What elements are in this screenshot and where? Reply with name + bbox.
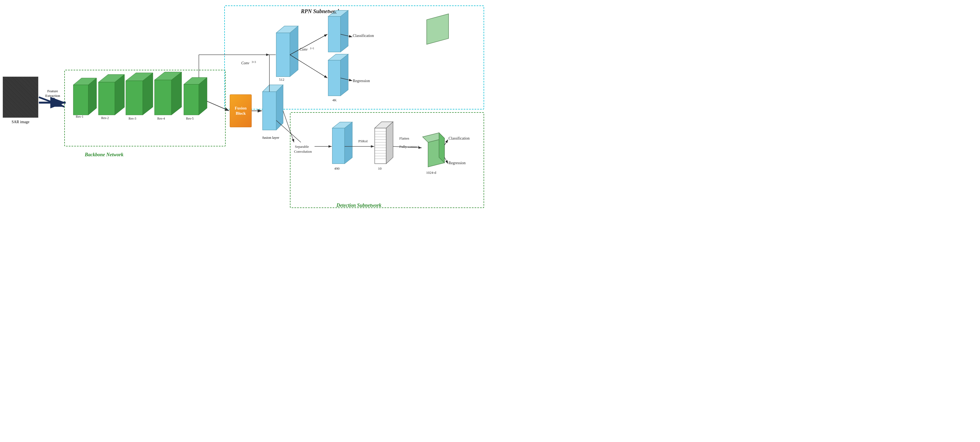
sar-image bbox=[3, 77, 38, 118]
backbone-box bbox=[64, 70, 226, 147]
fusion-block-label: Fusion Block bbox=[230, 105, 251, 116]
architecture-diagram: SAR image FeatureExtraction Backbone Net… bbox=[0, 0, 490, 221]
backbone-label: Backbone Network bbox=[85, 152, 124, 158]
sar-label: SAR image bbox=[5, 120, 35, 124]
detection-box bbox=[290, 112, 484, 208]
fusion-block: Fusion Block bbox=[230, 94, 251, 127]
fusion-layer-label: fusion layer bbox=[257, 136, 285, 140]
feature-extraction-label: FeatureExtraction bbox=[42, 89, 63, 98]
rpn-title: RPN Subnetwork bbox=[301, 8, 340, 14]
detection-title: Detection Subnetwork bbox=[336, 203, 382, 208]
rpn-box bbox=[224, 5, 484, 110]
svg-line-3 bbox=[39, 97, 64, 107]
